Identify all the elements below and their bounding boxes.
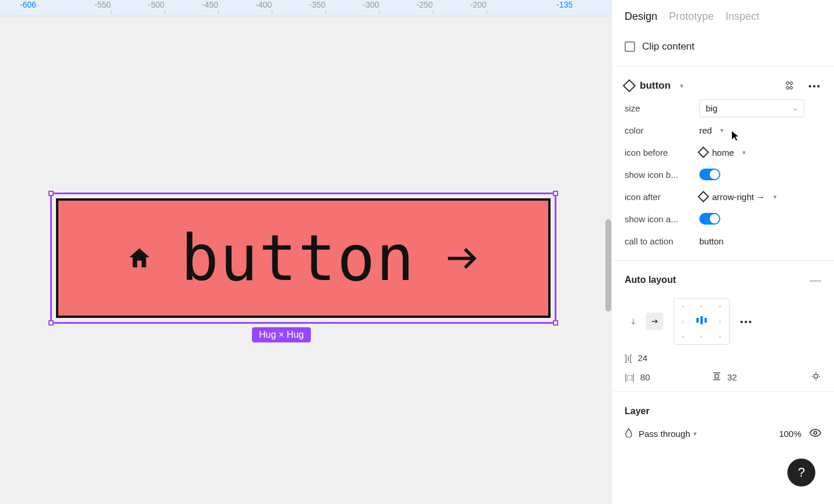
ruler-tick: -450 [210,0,226,14]
prop-cta-input[interactable]: button [699,236,821,246]
ruler-horizontal[interactable]: -606 -550 -500 -450 -400 -350 -300 -250 … [0,0,611,16]
pad-horizontal-icon: |□| [625,372,635,382]
canvas-body[interactable]: button Hug × Hug [0,16,611,504]
prop-icon-before-label: icon before [625,148,699,158]
prop-show-icon-before-label: show icon b... [625,170,699,180]
svg-rect-3 [696,318,699,323]
arrow-right-icon [443,240,481,277]
clip-content-label: Clip content [642,41,695,52]
tab-design[interactable]: Design [625,10,657,23]
instance-icon [698,191,709,202]
tab-inspect[interactable]: Inspect [726,10,759,23]
prop-show-icon-before-toggle[interactable] [699,169,720,180]
ruler-tick: -400 [264,0,280,14]
blend-mode-select[interactable]: Pass through ▾ [639,429,697,439]
prop-icon-after-select[interactable]: arrow-right → ▾ [699,192,821,202]
prop-icon-before-select[interactable]: home ▾ [699,148,821,158]
clip-content-checkbox[interactable] [625,41,635,52]
section-component-props: button ▾ ••• size big ⌄ color red ▾ icon… [612,66,834,261]
chevron-down-icon: ▾ [693,430,697,438]
ruler-tick-selection-end: -135 [556,0,573,9]
prop-size-label: size [625,103,699,113]
svg-rect-5 [705,318,707,323]
alignment-center-icon [695,314,709,329]
ruler-tick-selection-start: -606 [20,0,36,9]
remove-auto-layout-icon[interactable]: — [810,274,821,287]
canvas[interactable]: -606 -550 -500 -450 -400 -350 -300 -250 … [0,0,611,504]
ruler-tick: -500 [156,0,173,14]
section-layer: Layer Pass through ▾ 100% [612,392,834,453]
resize-handle-tr[interactable] [553,191,558,196]
resize-handle-bl[interactable] [48,320,54,326]
section-auto-layout: Auto layout — ••• [612,261,834,392]
tab-prototype[interactable]: Prototype [669,10,714,23]
home-icon [126,245,153,272]
svg-point-14 [814,431,817,434]
padding-per-side-icon[interactable] [811,371,821,383]
selected-component-frame[interactable]: button [50,192,556,324]
auto-layout-gap-input[interactable]: ]ı[ 24 [625,353,647,363]
gap-icon: ]ı[ [625,353,632,363]
help-button[interactable]: ? [787,459,815,487]
prop-show-icon-after-toggle[interactable] [699,213,720,225]
pad-vertical-icon [712,372,721,383]
prop-color-select[interactable]: red ▾ [699,125,821,135]
visibility-icon[interactable] [810,428,821,440]
auto-layout-direction-vertical[interactable] [625,313,642,330]
resize-handle-br[interactable] [553,320,558,326]
component-icon [623,79,636,93]
auto-layout-pad-h-input[interactable]: |□| 80 [625,372,695,382]
ruler-tick: -550 [103,0,119,14]
chevron-down-icon: ▾ [742,149,746,156]
opacity-input[interactable]: 100% [779,429,801,439]
chevron-down-icon: ▾ [720,127,724,134]
button-label: button [181,222,415,295]
prop-icon-after-label: icon after [625,192,699,202]
instance-icon [698,146,709,158]
svg-rect-7 [715,374,719,378]
chevron-down-icon: ▾ [773,193,777,201]
blend-mode-icon[interactable] [625,428,633,439]
layer-title: Layer [625,406,650,416]
canvas-scrollbar-vertical[interactable] [605,219,611,312]
svg-rect-4 [700,316,703,324]
auto-layout-title: Auto layout [625,275,676,285]
prop-show-icon-after-label: show icon a... [625,214,699,224]
inspector-panel: Design Prototype Inspect Clip content bu… [611,0,834,504]
variants-icon[interactable] [786,82,794,90]
component-more-icon[interactable]: ••• [808,81,821,91]
auto-layout-pad-v-input[interactable]: 32 [712,372,737,383]
resize-handle-tl[interactable] [48,191,54,196]
auto-layout-alignment-grid[interactable] [674,298,730,345]
ruler-tick: -300 [371,0,387,14]
chevron-down-icon[interactable]: ▾ [680,82,684,90]
section-frame-options: Clip content [612,27,834,66]
inspector-tabs: Design Prototype Inspect [612,0,834,27]
prop-cta-label: call to action [625,236,699,246]
auto-layout-more-icon[interactable]: ••• [740,317,753,327]
component-name[interactable]: button [640,80,671,92]
svg-rect-9 [814,374,818,378]
dimension-badge: Hug × Hug [252,327,311,342]
ruler-tick: -200 [478,0,495,14]
prop-color-label: color [625,125,699,135]
auto-layout-direction-horizontal[interactable] [646,313,663,330]
ruler-tick: -350 [317,0,334,14]
chevron-down-icon: ⌄ [793,104,798,112]
ruler-tick: -250 [425,0,441,14]
button-component[interactable]: button [56,198,551,318]
prop-size-select[interactable]: big ⌄ [699,99,804,117]
